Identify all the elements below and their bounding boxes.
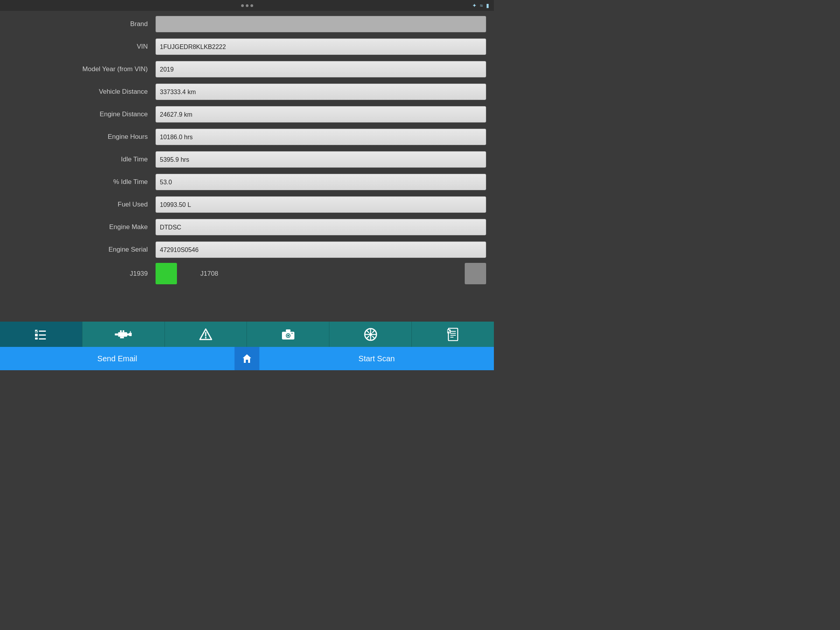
fuel-used-value: 10993.50 L (156, 196, 486, 213)
idle-time-row: Idle Time 5395.9 hrs (8, 150, 486, 169)
percent-idle-time-value: 53.0 (156, 174, 486, 190)
j1708-label: J1708 (200, 270, 218, 278)
svg-point-24 (291, 332, 292, 334)
svg-rect-9 (115, 333, 118, 335)
j1939-inputs: J1708 (156, 263, 486, 284)
vehicle-distance-row: Vehicle Distance 337333.4 km (8, 82, 486, 101)
toolbar-report[interactable] (412, 322, 494, 347)
svg-line-34 (366, 336, 369, 339)
model-year-row: Model Year (from VIN) 2019 (8, 60, 486, 79)
j1708-gray-indicator (465, 263, 486, 284)
percent-idle-time-label: % Idle Time (8, 178, 156, 186)
engine-distance-label: Engine Distance (8, 110, 156, 118)
checklist-icon (34, 328, 47, 341)
svg-rect-1 (35, 334, 38, 336)
svg-rect-11 (120, 330, 122, 332)
vin-value: 1FUJGEDR8KLKB2222 (156, 38, 486, 55)
svg-point-26 (369, 333, 372, 336)
vehicle-distance-label: Vehicle Distance (8, 88, 156, 96)
toolbar-checklist[interactable] (0, 322, 82, 347)
status-icons: ✦ ≈ ▮ (472, 2, 489, 9)
engine-serial-value: 472910S0546 (156, 242, 486, 258)
svg-rect-8 (118, 332, 127, 337)
engine-serial-label: Engine Serial (8, 246, 156, 254)
home-icon (242, 354, 252, 364)
dot-1 (241, 4, 244, 7)
dot-3 (250, 4, 253, 7)
engine-make-value: DTDSC (156, 219, 486, 235)
fuel-used-label: Fuel Used (8, 201, 156, 208)
model-year-label: Model Year (from VIN) (8, 65, 156, 73)
engine-hours-value: 10186.0 hrs (156, 129, 486, 145)
engine-distance-row: Engine Distance 24627.9 km (8, 105, 486, 124)
dot-2 (246, 4, 248, 7)
battery-icon: ▮ (486, 2, 489, 9)
vin-row: VIN 1FUJGEDR8KLKB2222 (8, 37, 486, 56)
svg-rect-3 (39, 331, 46, 332)
svg-line-32 (372, 336, 375, 339)
toolbar-engine[interactable] (82, 322, 165, 347)
svg-rect-20 (286, 329, 290, 332)
warning-icon (199, 328, 212, 341)
wheel-icon (364, 328, 377, 341)
send-email-button[interactable]: Send Email (0, 347, 235, 370)
bluetooth-icon: ✦ (472, 2, 477, 9)
idle-time-value: 5395.9 hrs (156, 151, 486, 168)
svg-rect-4 (39, 334, 46, 336)
toolbar-wheel[interactable] (329, 322, 412, 347)
fuel-used-row: Fuel Used 10993.50 L (8, 195, 486, 214)
engine-distance-value: 24627.9 km (156, 106, 486, 122)
home-button[interactable] (235, 347, 259, 370)
status-bar: ✦ ≈ ▮ (0, 0, 494, 11)
start-scan-button[interactable]: Start Scan (259, 347, 494, 370)
vehicle-distance-value: 337333.4 km (156, 84, 486, 100)
svg-line-31 (366, 330, 369, 332)
percent-idle-time-row: % Idle Time 53.0 (8, 173, 486, 191)
idle-time-label: Idle Time (8, 156, 156, 163)
engine-hours-label: Engine Hours (8, 133, 156, 141)
toolbar (0, 322, 494, 347)
svg-rect-12 (123, 330, 124, 332)
svg-rect-13 (120, 336, 124, 338)
vin-label: VIN (8, 43, 156, 51)
model-year-value: 2019 (156, 61, 486, 77)
report-icon (447, 328, 459, 341)
engine-icon (114, 328, 133, 341)
svg-marker-43 (243, 354, 251, 363)
engine-hours-row: Engine Hours 10186.0 hrs (8, 128, 486, 146)
svg-point-23 (287, 334, 289, 336)
svg-point-18 (205, 337, 206, 338)
main-content: Brand VIN 1FUJGEDR8KLKB2222 Model Year (… (0, 11, 494, 322)
engine-make-row: Engine Make DTDSC (8, 218, 486, 236)
j1939-green-indicator (156, 263, 177, 284)
svg-line-33 (372, 330, 375, 332)
status-dots (241, 4, 253, 7)
signal-icon: ≈ (480, 2, 483, 9)
brand-row: Brand (8, 15, 486, 33)
j1939-row: J1939 J1708 (8, 263, 486, 284)
svg-rect-14 (129, 332, 132, 336)
toolbar-warning[interactable] (165, 322, 247, 347)
toolbar-camera[interactable] (247, 322, 329, 347)
j1939-label: J1939 (8, 270, 156, 278)
brand-label: Brand (8, 20, 156, 28)
bottom-bar: Send Email Start Scan (0, 347, 494, 370)
engine-make-label: Engine Make (8, 223, 156, 231)
svg-rect-2 (35, 338, 38, 340)
svg-rect-5 (39, 338, 46, 340)
camera-icon (282, 329, 295, 340)
brand-input[interactable] (156, 16, 486, 32)
engine-serial-row: Engine Serial 472910S0546 (8, 240, 486, 259)
